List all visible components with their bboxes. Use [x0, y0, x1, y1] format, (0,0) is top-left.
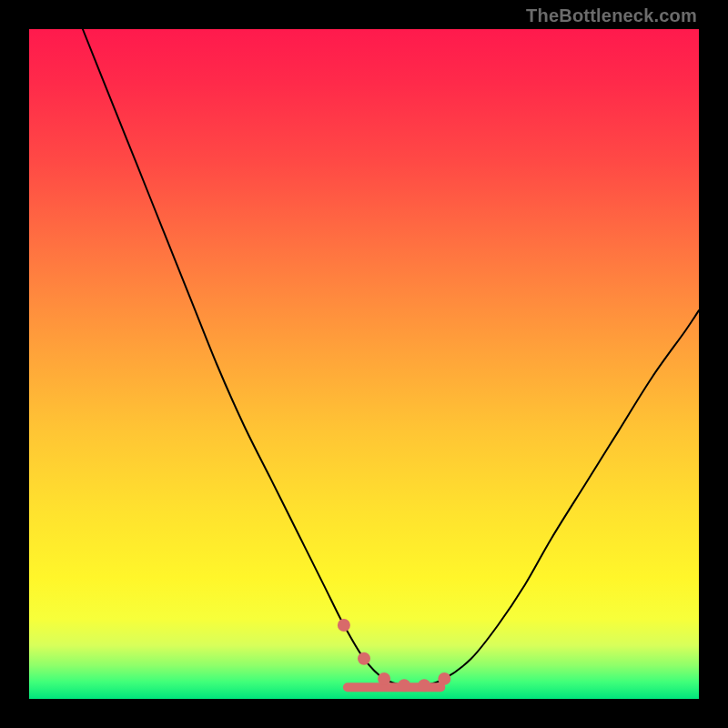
attribution-text: TheBottleneck.com [526, 5, 697, 26]
plateau-markers [338, 619, 450, 692]
plateau-marker-dot [378, 672, 390, 685]
chart-frame [29, 29, 699, 699]
plateau-marker-dot [338, 619, 350, 632]
bottleneck-curve [83, 29, 699, 686]
plateau-marker-dot [398, 679, 410, 692]
chart-svg [29, 29, 699, 699]
plateau-marker-dot [358, 652, 370, 665]
plateau-marker-dot [418, 679, 430, 692]
plateau-marker-dot [438, 672, 450, 685]
